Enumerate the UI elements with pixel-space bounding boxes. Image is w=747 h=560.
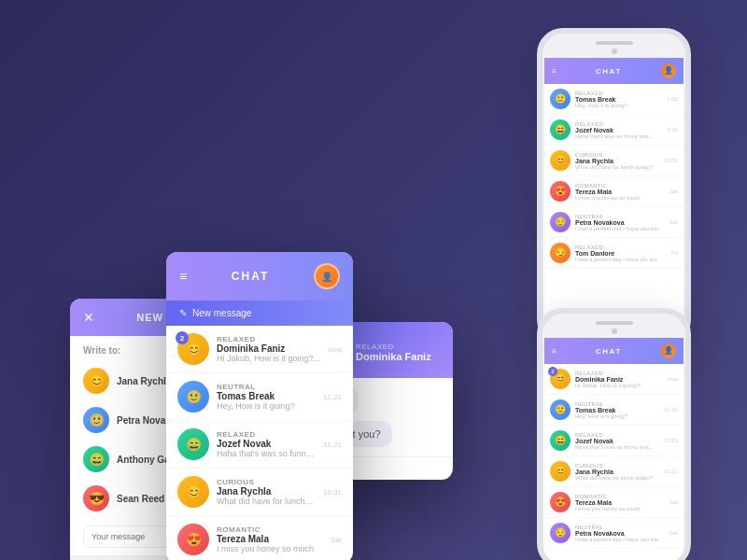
mini-message-time: 4:30 xyxy=(667,127,678,133)
mini-avatar: 🙂 xyxy=(550,399,571,420)
mini-message-time: 1:00 xyxy=(667,96,678,102)
chat-title: CHAT xyxy=(232,270,269,283)
mini-avatar: 😊 xyxy=(550,461,571,482)
mini-message-preview: What did have for lunch today? xyxy=(575,475,659,481)
mini-chat-list: 🙂 RELAXED Tomas Break Hey, How it is goi… xyxy=(544,84,684,269)
message-preview: Hi Jakub, How is it going?... xyxy=(217,354,320,363)
mini-chat-item[interactable]: 😍 ROMANTIC Tereza Mala I miss you honey … xyxy=(544,487,684,518)
chat-panel-header: ≡ CHAT 👤 xyxy=(166,252,353,301)
phone-mockup-top: ≡ CHAT 👤 🙂 RELAXED Tomas Break Hey, How … xyxy=(537,28,691,345)
mini-avatar: 😄 xyxy=(550,430,571,451)
contact-name: Tomas Break xyxy=(217,391,316,401)
mini-chat-info: NEUTRAL Tomas Break Hey, How is it going… xyxy=(575,401,659,419)
mini-avatar: 😏 xyxy=(550,243,571,263)
mini-chat-info: RELAXED Tomas Break Hey, How it is going… xyxy=(575,91,662,108)
chat-info: CURIOUS Jana Rychla What did have for lu… xyxy=(217,478,316,506)
mini-message-preview: Hi Jakub, How is it going?... xyxy=(575,383,663,388)
mini-message-time: Sat xyxy=(669,530,678,536)
avatar-wrap: 😄 xyxy=(177,428,209,460)
avatar: 😄 xyxy=(83,446,109,472)
chat-info: NEUTRAL Tomas Break Hey, How is it going… xyxy=(217,383,316,411)
mini-badge: 2 xyxy=(548,367,557,376)
mini-chat-item[interactable]: 🙂 RELAXED Tomas Break Hey, How it is goi… xyxy=(544,84,684,115)
mood-tag: RELAXED xyxy=(356,343,431,351)
mini-chat-item[interactable]: 😌 NEUTRAL Petra Novakova I had a perfect… xyxy=(544,207,684,238)
message-preview: Hey, How is it going? xyxy=(217,401,316,411)
mini-contact-name: Jozef Novak xyxy=(575,127,662,133)
mini-avatar: 😍 xyxy=(550,492,571,512)
mini-avatar: 😌 xyxy=(550,212,571,232)
mini-chat-item[interactable]: 😊 2 RELAXED Dominika Faniz Hi Jakub, How… xyxy=(544,364,684,395)
mini-chat-item[interactable]: 😊 CURIOUS Jana Rychla What did have for … xyxy=(544,146,684,176)
contact-name: Jana Rychla xyxy=(217,486,316,497)
mood-tag: RELAXED xyxy=(217,335,320,343)
message-time: 11:21 xyxy=(323,441,342,449)
mini-chat-item[interactable]: 😄 RELAXED Jozef Novak Haha that's was so… xyxy=(544,115,684,146)
mini-contact-name: Petra Novakova xyxy=(575,219,665,226)
menu-icon[interactable]: ≡ xyxy=(179,269,187,284)
mini-chat-info: RELAXED Jozef Novak Haha that's was so f… xyxy=(575,121,662,139)
mini-contact-name: Tomas Break xyxy=(575,407,659,413)
mood-tag: ROMANTIC xyxy=(217,525,323,534)
phone-screen-top: ≡ CHAT 👤 🙂 RELAXED Tomas Break Hey, How … xyxy=(544,58,684,340)
mini-message-preview: Haha that's was so funny lore... xyxy=(575,444,659,450)
mini-message-time: 10:31 xyxy=(664,469,678,474)
new-message-button[interactable]: ✎ New message xyxy=(166,301,353,326)
avatar-wrap: 😍 xyxy=(177,524,209,555)
mini-chat-title-bottom: CHAT xyxy=(596,347,622,356)
contact-name: Sean Reed xyxy=(117,494,164,504)
phone-speaker xyxy=(596,41,633,45)
mini-message-time: 11:21 xyxy=(664,438,678,443)
mini-avatar: 😌 xyxy=(550,523,571,543)
chat-list-item[interactable]: 😄 RELAXED Jozef Novak Haha that's was so… xyxy=(166,421,353,469)
phone-camera xyxy=(612,329,617,334)
mini-message-preview: Hey, How it is going? xyxy=(575,103,662,108)
avatar: 🙂 xyxy=(177,381,209,413)
chat-list-item[interactable]: 🙂 NEUTRAL Tomas Break Hey, How is it goi… xyxy=(166,373,353,421)
close-icon[interactable]: ✕ xyxy=(83,310,94,325)
mini-message-time: Sat xyxy=(669,189,678,194)
mini-message-preview: I had a perfect day I hope you too xyxy=(575,226,665,231)
mini-contact-name: Jozef Novak xyxy=(575,438,659,444)
message-time: 11:21 xyxy=(323,393,342,401)
mood-tag: NEUTRAL xyxy=(217,383,316,391)
mini-chat-item[interactable]: 😊 CURIOUS Jana Rychla What did have for … xyxy=(544,456,684,487)
mini-contact-name: Tereza Mala xyxy=(575,189,665,195)
mini-chat-info: CURIOUS Jana Rychla What did have for lu… xyxy=(575,463,659,481)
mini-chat-info: RELAXED Dominika Faniz Hi Jakub, How is … xyxy=(575,371,663,388)
mini-chat-header-bottom: ≡ CHAT 👤 xyxy=(544,338,684,364)
mini-avatar: 😊 xyxy=(550,150,571,171)
mini-contact-name: Tomas Break xyxy=(575,96,662,103)
mini-chat-info: RELAXED Jozef Novak Haha that's was so f… xyxy=(575,432,659,450)
avatar: 😊 xyxy=(177,476,209,508)
message-time: 10:31 xyxy=(323,488,342,497)
chat-list-item[interactable]: 😍 ROMANTIC Tereza Mala I miss you honey … xyxy=(166,516,353,560)
chat-list-item[interactable]: 😊 2 RELAXED Dominika Faniz Hi Jakub, How… xyxy=(166,326,353,373)
chat-info: RELAXED Dominika Faniz Hi Jakub, How is … xyxy=(217,335,320,363)
mini-chat-item[interactable]: 😌 NEUTRAL Petra Novakova I had a perfect… xyxy=(544,518,684,549)
chat-list-item[interactable]: 😊 CURIOUS Jana Rychla What did have for … xyxy=(166,469,353,516)
phone-camera xyxy=(612,49,617,54)
mini-contact-name: Tereza Mala xyxy=(575,499,665,506)
user-avatar[interactable]: 👤 xyxy=(314,263,340,289)
mini-contact-name: Jana Rychla xyxy=(575,469,659,475)
phone-mockup-bottom: ≡ CHAT 👤 😊 2 RELAXED Dominika Faniz Hi J… xyxy=(537,308,691,560)
contact-name: Dominika Faniz xyxy=(217,343,320,354)
avatar-wrap: 😊 2 xyxy=(177,333,209,365)
mini-chat-item[interactable]: 😄 RELAXED Jozef Novak Haha that's was so… xyxy=(544,426,684,456)
mini-message-preview: I miss you honey so much xyxy=(575,195,665,201)
avatar: 😍 xyxy=(177,524,209,555)
mini-message-preview: I had a perfect day I hope you too xyxy=(575,537,665,542)
mood-tag: CURIOUS xyxy=(217,478,316,486)
mini-message-time: 10:31 xyxy=(664,158,678,163)
chat-list: 😊 2 RELAXED Dominika Faniz Hi Jakub, How… xyxy=(166,326,353,560)
mini-chat-info: RELAXED Tom Danlore I had a perfect day … xyxy=(575,245,667,262)
mini-chat-item[interactable]: 🙂 NEUTRAL Tomas Break Hey, How is it goi… xyxy=(544,395,684,426)
mini-contact-name: Jana Rychla xyxy=(575,158,659,164)
message-preview: What did have for lunch today? xyxy=(217,497,316,506)
mini-contact-name: Petra Novakova xyxy=(575,530,665,537)
mini-chat-item[interactable]: 😍 ROMANTIC Tereza Mala I miss you honey … xyxy=(544,176,684,207)
mini-chat-item[interactable]: 😏 RELAXED Tom Danlore I had a perfect da… xyxy=(544,238,684,269)
mini-contact-name: Tom Danlore xyxy=(575,250,667,257)
mini-chat-info: CURIOUS Jana Rychla What did have for lu… xyxy=(575,152,659,170)
